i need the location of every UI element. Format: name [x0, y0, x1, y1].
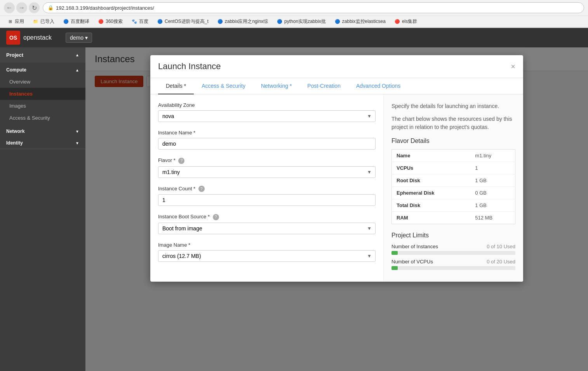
image-name-select-wrapper: cirros (12.7 MB) ▼	[158, 250, 376, 262]
limit-value: 0 of 20 Used	[487, 259, 515, 265]
flavor-label: Flavor * ?	[158, 157, 376, 164]
address-bar[interactable]: 🔒 192.168.3.199/dashboard/project/instan…	[43, 2, 584, 13]
app-layout: OS openstack demo ▾ Project ▲ Compute ▲	[0, 28, 588, 371]
instance-count-label: Instance Count * ?	[158, 186, 376, 192]
flavor-help-icon: ?	[178, 158, 184, 164]
flavor-details-title: Flavor Details	[391, 138, 515, 145]
tab-access-security[interactable]: Access & Security	[194, 78, 253, 94]
modal-header: Launch Instance ×	[150, 55, 523, 78]
bookmark-item[interactable]: 🔵百度翻译	[60, 17, 92, 26]
flavor-table: Namem1.tinyVCPUs1Root Disk1 GBEphemeral …	[391, 149, 515, 224]
bookmark-item[interactable]: ⊞应用	[4, 17, 27, 26]
bookmark-icon: ⊞	[7, 19, 13, 25]
modal-close-button[interactable]: ×	[511, 62, 515, 71]
sidebar: Project ▲ Compute ▲ Overview Instances	[0, 47, 85, 371]
logo-text: openstack	[23, 34, 52, 41]
image-name-label: Image Name *	[158, 242, 376, 248]
availability-zone-select[interactable]: nova	[158, 110, 376, 122]
instance-count-help-icon: ?	[198, 186, 205, 192]
bookmark-icon: 🔵	[63, 19, 69, 25]
boot-source-select[interactable]: Boot from image	[158, 223, 376, 234]
flavor-row: VCPUs1	[392, 162, 515, 174]
flavor-select-wrapper: m1.tiny ▼	[158, 166, 376, 178]
forward-button[interactable]: →	[16, 2, 27, 13]
progress-bar	[391, 266, 515, 270]
instance-name-group: Instance Name *	[158, 130, 376, 150]
bookmark-item[interactable]: 🔵zabbix监控elasticsea	[331, 17, 389, 26]
image-name-select[interactable]: cirros (12.7 MB)	[158, 250, 376, 262]
instance-count-group: Instance Count * ?	[158, 186, 376, 206]
back-button[interactable]: ←	[4, 2, 15, 13]
flavor-row-value: 1 GB	[470, 174, 515, 187]
identity-section-header[interactable]: Identity ▼	[0, 137, 85, 149]
url-text: 192.168.3.199/dashboard/project/instance…	[56, 5, 154, 11]
flavor-details: Flavor Details Namem1.tinyVCPUs1Root Dis…	[391, 138, 515, 224]
flavor-row-name: Name	[392, 150, 471, 162]
flavor-row-name: RAM	[392, 212, 471, 224]
sidebar-project-header[interactable]: Project ▲	[0, 47, 85, 63]
bookmark-item[interactable]: 🔵python实现zabbix批	[273, 17, 329, 26]
flavor-row-value: 1 GB	[470, 199, 515, 212]
boot-source-select-wrapper: Boot from image ▼	[158, 223, 376, 234]
bookmark-item[interactable]: 🔴360搜索	[95, 17, 126, 26]
flavor-row: RAM512 MB	[392, 212, 515, 224]
bookmark-icon: 🔵	[157, 19, 163, 25]
limit-name: Number of Instances	[391, 244, 438, 249]
flavor-row: Root Disk1 GB	[392, 174, 515, 187]
modal-title: Launch Instance	[158, 61, 221, 71]
availability-zone-label: Availability Zone	[158, 102, 376, 108]
network-section-header[interactable]: Network ▼	[0, 125, 85, 137]
compute-section-header[interactable]: Compute ▲	[0, 64, 85, 76]
flavor-row-value: 0 GB	[470, 187, 515, 199]
compute-subsection: Compute ▲ Overview Instances Images Acce…	[0, 63, 85, 125]
flavor-row-value: m1.tiny	[470, 150, 515, 162]
bookmark-icon: 🔵	[277, 19, 283, 25]
main-content: Instances Launch Instance Terminate Inst…	[85, 47, 588, 371]
flavor-row-name: Ephemeral Disk	[392, 187, 471, 199]
project-name: demo ▾	[70, 35, 88, 41]
flavor-row-name: VCPUs	[392, 162, 471, 174]
bookmark-item[interactable]: 🔵zabbix应用之nginx综	[214, 17, 271, 26]
refresh-button[interactable]: ↻	[29, 2, 40, 13]
project-selector-wrapper[interactable]: demo ▾	[66, 33, 92, 43]
modal-overlay: Launch Instance × Details * Access & Sec…	[85, 47, 588, 371]
bookmark-item[interactable]: 🔵CentOS进阶与提高_t	[154, 17, 212, 26]
tab-post-creation[interactable]: Post-Creation	[299, 78, 348, 94]
bookmark-icon: 🔵	[217, 19, 223, 25]
limit-value: 0 of 10 Used	[487, 244, 515, 249]
bookmark-item[interactable]: 🔴els集群	[391, 17, 420, 26]
project-limits: Project Limits Number of Instances 0 of …	[391, 232, 515, 270]
boot-source-help-icon: ?	[213, 214, 219, 220]
content-area: Project ▲ Compute ▲ Overview Instances	[0, 47, 588, 371]
instance-name-input[interactable]	[158, 138, 376, 150]
bookmark-item[interactable]: 🐾百度	[128, 17, 151, 26]
sidebar-item-instances[interactable]: Instances	[0, 88, 85, 100]
tab-details[interactable]: Details *	[158, 78, 194, 94]
tab-networking[interactable]: Networking *	[253, 78, 299, 94]
info-description: Specify the details for launching an ins…	[391, 102, 515, 110]
tab-advanced-options[interactable]: Advanced Options	[348, 78, 408, 94]
nav-buttons: ← → ↻	[4, 2, 40, 13]
flavor-row-name: Root Disk	[392, 174, 471, 187]
limit-name: Number of VCPUs	[391, 259, 433, 265]
modal-info: Specify the details for launching an ins…	[383, 94, 523, 282]
instance-count-input[interactable]	[158, 194, 376, 206]
identity-chevron: ▼	[75, 141, 79, 145]
bookmark-item[interactable]: 📁已导入	[30, 17, 57, 26]
browser-chrome: ← → ↻ 🔒 192.168.3.199/dashboard/project/…	[0, 0, 588, 28]
flavor-select[interactable]: m1.tiny	[158, 166, 376, 178]
project-selector[interactable]: demo ▾	[66, 33, 92, 43]
compute-label: Compute	[6, 67, 26, 73]
modal-form: Availability Zone nova ▼ Ins	[150, 94, 383, 282]
sidebar-item-images[interactable]: Images	[0, 100, 85, 112]
image-name-group: Image Name * cirros (12.7 MB) ▼	[158, 242, 376, 262]
boot-source-label: Instance Boot Source * ?	[158, 214, 376, 220]
app-header: OS openstack demo ▾	[0, 28, 588, 47]
flavor-row: Ephemeral Disk0 GB	[392, 187, 515, 199]
flavor-group: Flavor * ? m1.tiny ▼	[158, 157, 376, 178]
flavor-row-value: 1	[470, 162, 515, 174]
progress-fill	[391, 266, 398, 270]
sidebar-item-access-security[interactable]: Access & Security	[0, 112, 85, 124]
flavor-row: Namem1.tiny	[392, 150, 515, 162]
sidebar-item-overview[interactable]: Overview	[0, 76, 85, 88]
